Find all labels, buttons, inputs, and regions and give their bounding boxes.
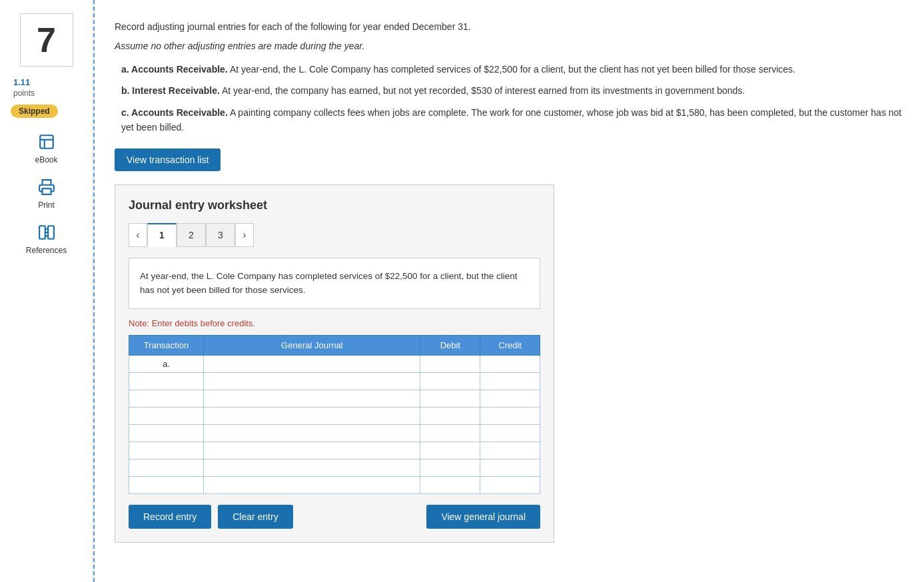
cell-transaction bbox=[129, 459, 204, 476]
sidebar-item-references[interactable]: References bbox=[26, 222, 67, 255]
item-b-label: Interest Receivable. bbox=[132, 85, 220, 96]
credit-input[interactable] bbox=[484, 358, 536, 370]
cell-general-journal[interactable] bbox=[204, 476, 420, 493]
journal-input[interactable] bbox=[208, 445, 416, 456]
table-row bbox=[129, 476, 540, 493]
cell-credit[interactable] bbox=[480, 459, 540, 476]
svg-rect-5 bbox=[48, 226, 54, 239]
cell-credit[interactable] bbox=[480, 424, 540, 441]
credit-input[interactable] bbox=[484, 393, 536, 404]
tab-prev-arrow[interactable]: ‹ bbox=[129, 223, 147, 247]
record-entry-button[interactable]: Record entry bbox=[129, 505, 211, 529]
debit-input[interactable] bbox=[424, 462, 476, 473]
question-intro: Record adjusting journal entries for eac… bbox=[115, 20, 904, 34]
view-transaction-button[interactable]: View transaction list bbox=[115, 148, 221, 171]
view-general-journal-button[interactable]: View general journal bbox=[426, 505, 540, 529]
debit-input[interactable] bbox=[424, 428, 476, 439]
references-icon bbox=[36, 222, 57, 243]
worksheet-note: Note: Enter debits before credits. bbox=[129, 318, 540, 328]
main-content: Record adjusting journal entries for eac… bbox=[93, 0, 924, 582]
table-row bbox=[129, 407, 540, 424]
debit-input[interactable] bbox=[424, 358, 476, 370]
cell-debit[interactable] bbox=[420, 372, 480, 390]
question-number: 7 bbox=[20, 13, 73, 67]
credit-input[interactable] bbox=[484, 410, 536, 422]
sidebar-item-ebook-label: eBook bbox=[35, 155, 57, 164]
cell-transaction bbox=[129, 441, 204, 459]
cell-transaction: a. bbox=[129, 355, 204, 372]
worksheet-description: At year-end, the L. Cole Company has com… bbox=[129, 258, 540, 309]
cell-general-journal[interactable] bbox=[204, 407, 420, 424]
print-icon bbox=[36, 176, 57, 198]
journal-input[interactable] bbox=[208, 410, 416, 422]
table-row: a. bbox=[129, 355, 540, 372]
cell-credit[interactable] bbox=[480, 476, 540, 493]
tab-2[interactable]: 2 bbox=[177, 223, 206, 247]
cell-credit[interactable] bbox=[480, 441, 540, 459]
table-row bbox=[129, 424, 540, 441]
cell-general-journal[interactable] bbox=[204, 390, 420, 407]
cell-debit[interactable] bbox=[420, 476, 480, 493]
debit-input[interactable] bbox=[424, 479, 476, 491]
cell-transaction bbox=[129, 476, 204, 493]
cell-general-journal[interactable] bbox=[204, 441, 420, 459]
book-icon bbox=[36, 131, 57, 152]
cell-debit[interactable] bbox=[420, 459, 480, 476]
table-row bbox=[129, 441, 540, 459]
col-header-transaction: Transaction bbox=[129, 335, 204, 355]
cell-general-journal[interactable] bbox=[204, 424, 420, 441]
credit-input[interactable] bbox=[484, 445, 536, 456]
tab-3[interactable]: 3 bbox=[206, 223, 235, 247]
cell-credit[interactable] bbox=[480, 390, 540, 407]
tab-1[interactable]: 1 bbox=[147, 223, 177, 247]
cell-debit[interactable] bbox=[420, 441, 480, 459]
cell-credit[interactable] bbox=[480, 355, 540, 372]
table-row bbox=[129, 390, 540, 407]
cell-debit[interactable] bbox=[420, 424, 480, 441]
cell-credit[interactable] bbox=[480, 407, 540, 424]
cell-credit[interactable] bbox=[480, 372, 540, 390]
item-c-label: Accounts Receivable. bbox=[131, 107, 228, 118]
credit-input[interactable] bbox=[484, 479, 536, 491]
points-label: 1.11 bbox=[13, 77, 30, 87]
sidebar-item-ebook[interactable]: eBook bbox=[35, 131, 57, 164]
journal-input[interactable] bbox=[208, 376, 416, 387]
table-row bbox=[129, 372, 540, 390]
cell-general-journal[interactable] bbox=[204, 459, 420, 476]
cell-debit[interactable] bbox=[420, 390, 480, 407]
cell-general-journal[interactable] bbox=[204, 355, 420, 372]
credit-input[interactable] bbox=[484, 376, 536, 387]
journal-input[interactable] bbox=[208, 462, 416, 473]
col-header-general: General Journal bbox=[204, 335, 420, 355]
journal-input[interactable] bbox=[208, 358, 416, 370]
cell-general-journal[interactable] bbox=[204, 372, 420, 390]
svg-rect-0 bbox=[40, 135, 53, 148]
cell-transaction bbox=[129, 372, 204, 390]
debit-input[interactable] bbox=[424, 376, 476, 387]
journal-input[interactable] bbox=[208, 393, 416, 404]
question-italic: Assume no other adjusting entries are ma… bbox=[115, 41, 904, 51]
credit-input[interactable] bbox=[484, 428, 536, 439]
item-c-text: A painting company collects fees when jo… bbox=[121, 107, 901, 133]
sidebar-item-print[interactable]: Print bbox=[36, 176, 57, 210]
points-sub: points bbox=[13, 89, 35, 98]
sidebar: 7 1.11 points Skipped eBook bbox=[0, 0, 93, 582]
cell-debit[interactable] bbox=[420, 355, 480, 372]
cell-transaction bbox=[129, 390, 204, 407]
debit-input[interactable] bbox=[424, 445, 476, 456]
clear-entry-button[interactable]: Clear entry bbox=[218, 505, 292, 529]
credit-input[interactable] bbox=[484, 462, 536, 473]
journal-input[interactable] bbox=[208, 479, 416, 491]
svg-rect-3 bbox=[42, 188, 51, 194]
debit-input[interactable] bbox=[424, 410, 476, 422]
journal-table: Transaction General Journal Debit Credit… bbox=[129, 335, 540, 494]
col-header-debit: Debit bbox=[420, 335, 480, 355]
item-a-label: Accounts Receivable. bbox=[131, 64, 228, 75]
tab-next-arrow[interactable]: › bbox=[235, 223, 254, 247]
cell-transaction bbox=[129, 407, 204, 424]
list-item-b: b. Interest Receivable. At year-end, the… bbox=[121, 83, 904, 98]
list-item-c: c. Accounts Receivable. A painting compa… bbox=[121, 105, 904, 135]
debit-input[interactable] bbox=[424, 393, 476, 404]
journal-input[interactable] bbox=[208, 428, 416, 439]
cell-debit[interactable] bbox=[420, 407, 480, 424]
